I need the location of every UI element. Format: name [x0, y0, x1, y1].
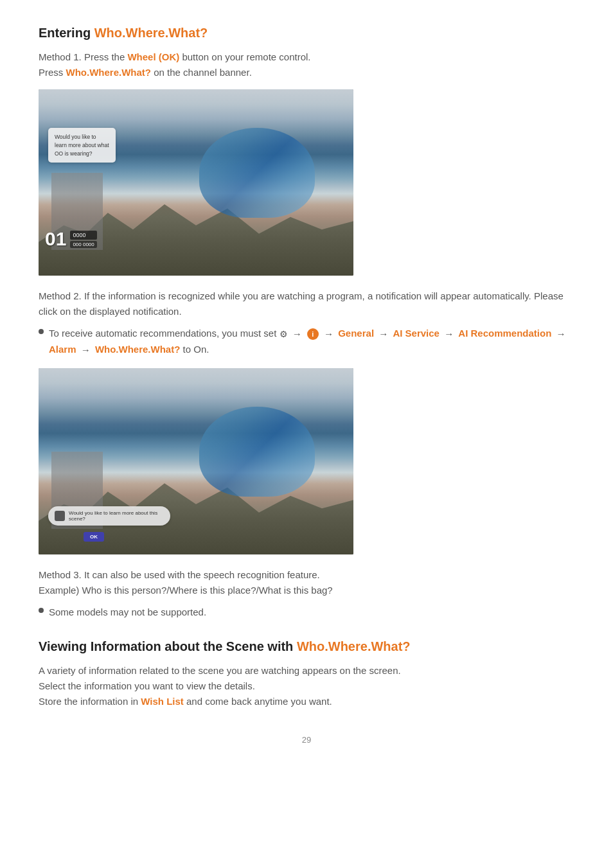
section-title: Entering Who.Where.What? [39, 26, 574, 40]
tv-image-2: Would you like to learn more about this … [39, 368, 353, 554]
ok-button-display: OK [84, 532, 104, 542]
method1-text-after: button on your remote control. [179, 51, 310, 62]
section-title-highlight: Who.Where.What? [94, 26, 208, 40]
section-title-plain: Entering [39, 26, 94, 40]
bullet1-general: General [338, 328, 374, 339]
bullet-dot-1 [39, 329, 44, 334]
channel-bar: 01 0000 000 0000 [45, 228, 97, 250]
bullet-item-1: To receive automatic recommendations, yo… [39, 326, 574, 358]
bullet1-end: to On. [183, 344, 209, 355]
channel-name: 0000 [70, 231, 96, 240]
section2-line3-pre: Store the information in [39, 696, 141, 707]
wheel-ok-label: Wheel (OK) [127, 51, 179, 62]
section2-title: Viewing Information about the Scene with… [39, 639, 574, 654]
section-entering: Entering Who.Where.What? Method 1. Press… [39, 26, 574, 620]
method3-line1: Method 3. It can also be used with the s… [39, 569, 320, 580]
method1-paragraph: Method 1. Press the Wheel (OK) button on… [39, 49, 574, 80]
method2-text: Method 2. If the information is recogniz… [39, 290, 564, 317]
section2-title-highlight: Who.Where.What? [297, 639, 411, 653]
who-where-what-label-1: Who.Where.What? [66, 67, 151, 78]
section-viewing: Viewing Information about the Scene with… [39, 639, 574, 709]
channel-subname: 000 0000 [70, 241, 96, 248]
method2-paragraph: Method 2. If the information is recogniz… [39, 288, 574, 319]
bullet1-wwwhat: Who.Where.What? [95, 344, 180, 355]
bullet1-airec: AI Recommendation [458, 328, 551, 339]
page-footer: 29 [39, 735, 574, 745]
channel-number: 01 [45, 228, 66, 250]
bullet-text-1: To receive automatic recommendations, yo… [49, 326, 574, 358]
notification-text-2: Would you like to learn more about this … [69, 510, 164, 522]
tv-image-1: Would you like to learn more about what … [39, 89, 353, 276]
section2-line1: A variety of information related to the … [39, 665, 401, 676]
notif-icon-2 [55, 511, 65, 521]
bullet-item-2: Some models may not be supported. [39, 605, 574, 620]
page-number: 29 [302, 735, 311, 745]
method1-line2-after: on the channel banner. [151, 67, 252, 78]
section2-line2: Select the information you want to view … [39, 680, 255, 691]
wave-decoration-2 [199, 407, 315, 497]
notification-overlay-1: Would you like to learn more about what … [48, 128, 116, 163]
method1-text-before: Method 1. Press the [39, 51, 127, 62]
notification-text-1: Would you like to learn more about what … [55, 134, 109, 157]
section2-line3-end: and come back anytime you want. [184, 696, 332, 707]
bullet-text-2: Some models may not be supported. [49, 605, 206, 620]
method3-paragraph: Method 3. It can also be used with the s… [39, 567, 574, 598]
method1-line2-before: Press [39, 67, 66, 78]
wish-list-label: Wish List [141, 696, 184, 707]
section2-title-plain: Viewing Information about the Scene with [39, 639, 297, 653]
bullet1-alarm: Alarm [49, 344, 76, 355]
method3-line2: Example) Who is this person?/Where is th… [39, 585, 333, 596]
bullet1-aiservice: AI Service [393, 328, 440, 339]
bullet1-pre: To receive automatic recommendations, yo… [49, 328, 280, 339]
bullet-dot-2 [39, 608, 44, 613]
circle-icon-1: i [307, 328, 319, 340]
notification-overlay-2: Would you like to learn more about this … [48, 506, 170, 526]
wave-decoration-1 [199, 128, 315, 218]
channel-info: 0000 000 0000 [70, 231, 96, 248]
section2-paragraph: A variety of information related to the … [39, 663, 574, 709]
